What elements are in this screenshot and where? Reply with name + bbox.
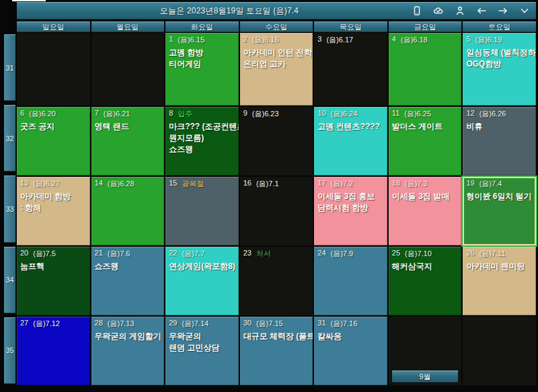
event-title: 이세돌 3집 발매 <box>392 191 459 202</box>
day-number: 9 <box>243 109 247 119</box>
week-number-32: 32 <box>4 105 15 171</box>
day-cell-aug-28[interactable]: 28(음)7.13우왁굳의 게임핥기 <box>91 317 165 385</box>
lunar-date: (음)6.21 <box>104 109 130 119</box>
holiday-label: 입주 <box>178 109 192 119</box>
day-cell-aug-29[interactable]: 29(음)7.14우왁굳의랜덤 고민상담 <box>165 317 239 385</box>
weekday-header-row: 일요일월요일화요일수요일목요일금요일토요일 <box>17 22 536 32</box>
event-title: 뭔지모름) <box>169 132 235 144</box>
day-number: 14 <box>95 179 103 189</box>
event-title: OGQ합방 <box>466 58 533 70</box>
day-cell-aug-31[interactable]: 31(음)7.16칼싸움 <box>314 317 387 385</box>
day-cell-header: 19(음)7.4 <box>466 179 533 189</box>
cloud-check-button[interactable] <box>431 4 446 17</box>
lunar-date: (음)6.26 <box>479 109 506 119</box>
phone-button[interactable] <box>410 4 424 17</box>
day-cell-aug-26[interactable]: 26(음)7.11아카데미 팬미팅 <box>463 247 536 315</box>
day-cell-header: 15광복절 <box>169 179 235 189</box>
day-cell-aug-22[interactable]: 22(음)7.7연상게임(왁포함8) <box>165 247 239 315</box>
day-cell-header: 12(음)6.26 <box>466 109 533 119</box>
weekday-header-5: 금요일 <box>389 22 462 32</box>
day-number: 23 <box>243 249 252 259</box>
event-title: : 항해 <box>20 202 87 214</box>
arrow-right-icon <box>497 5 509 16</box>
cloud-check-icon <box>432 5 445 16</box>
day-cell-aug-2[interactable]: 2(음)6.16아카데미 인턴 전학식온리업 고카 <box>240 33 313 106</box>
day-cell-aug-16[interactable]: 16(음)7.1 <box>240 177 313 245</box>
lunar-date: (음)7.3 <box>405 179 428 189</box>
day-cell-header: 9(음)6.23 <box>243 109 310 119</box>
event-title: 쇼즈왱 <box>169 144 235 155</box>
day-cell-aug-8[interactable]: 8입주마크??? (조공컨텐츠뭔지모름)쇼즈왱 <box>165 107 239 175</box>
day-cell-empty[interactable] <box>91 33 165 106</box>
day-cell-header: 8입주 <box>169 109 235 119</box>
lunar-date: (음)6.18 <box>401 35 428 45</box>
day-cell-aug-23[interactable]: 23처서 <box>240 247 313 315</box>
day-cell-aug-20[interactable]: 20(음)7.5눕프핵 <box>17 247 90 315</box>
lunar-date: (음)6.19 <box>475 35 502 45</box>
day-cell-aug-19[interactable]: 19(음)7.4형이봤 6일치 털기 <box>463 177 536 245</box>
day-cell-aug-3[interactable]: 3(음)6.17 <box>314 33 387 106</box>
day-cell-aug-5[interactable]: 5(음)6.19일심동체 (벌칙정하기)OGQ합방 <box>463 33 536 106</box>
arrow-left-icon <box>475 5 488 16</box>
day-cell-aug-4[interactable]: 4(음)6.18 <box>389 33 462 106</box>
day-cell-aug-17[interactable]: 17(음)7.2이세돌 3집 홍보담력시험 합방 <box>314 177 387 245</box>
day-number: 20 <box>20 249 28 259</box>
event-title: 고멤 컨텐츠???? <box>317 121 384 132</box>
event-title: 발더스 게이트 <box>392 121 459 132</box>
day-cell-empty[interactable] <box>17 33 90 106</box>
day-cell-header: 23처서 <box>243 249 310 259</box>
day-number: 27 <box>20 319 28 329</box>
lunar-date: (음)7.4 <box>479 179 502 189</box>
day-number: 30 <box>243 319 252 329</box>
person-icon <box>455 5 465 16</box>
next-button[interactable] <box>496 4 510 17</box>
lunar-date: (음)6.23 <box>252 109 279 119</box>
day-cell-aug-13[interactable]: 13(음)6.27아카데미 합방: 항해 <box>17 177 90 245</box>
lunar-date: (음)6.25 <box>404 109 431 119</box>
day-cell-header: 3(음)6.17 <box>317 35 384 45</box>
lunar-date: (음)7.15 <box>256 319 283 329</box>
lunar-date: (음)7.5 <box>33 249 56 259</box>
next-month-button[interactable]: 9월 <box>392 370 459 383</box>
day-cell-aug-18[interactable]: 18(음)7.3이세돌 3집 발매 <box>389 177 462 245</box>
day-cell-aug-25[interactable]: 25(음)7.10해커삼국지 <box>389 247 462 315</box>
day-number: 3 <box>317 35 321 45</box>
calendar-app: 오늘은 2023년8월19일 토요일 (음)7.4 <box>0 0 538 392</box>
lunar-date: (음)6.20 <box>29 109 56 119</box>
day-cell-aug-14[interactable]: 14(음)6.28 <box>91 177 165 245</box>
day-cell-aug-27[interactable]: 27(음)7.12 <box>17 317 90 385</box>
day-cell-aug-7[interactable]: 7(음)6.21영택 랜드 <box>91 107 165 175</box>
user-button[interactable] <box>453 4 467 17</box>
day-cell-header: 6(음)6.20 <box>20 109 87 119</box>
day-cell-empty[interactable] <box>463 317 536 385</box>
day-cell-header: 21(음)7.6 <box>95 249 161 259</box>
day-cell-aug-15[interactable]: 15광복절 <box>165 177 239 245</box>
day-cell-aug-6[interactable]: 6(음)6.20굿즈 공지 <box>17 107 90 175</box>
prev-button[interactable] <box>474 4 489 17</box>
event-title: 굿즈 공지 <box>20 121 87 132</box>
day-cell-aug-11[interactable]: 11(음)6.25발더스 게이트 <box>389 107 462 175</box>
event-title: 이세돌 3집 홍보 <box>317 191 384 202</box>
event-title: 우왁굳의 게임핥기 <box>95 331 161 342</box>
day-cell-header: 2(음)6.16 <box>243 35 310 45</box>
week-number-34: 34 <box>4 247 15 313</box>
lunar-date: (음)7.2 <box>331 179 354 189</box>
day-cell-header: 10(음)6.24 <box>317 109 384 119</box>
lunar-date: (음)7.12 <box>33 319 60 329</box>
day-cell-aug-10[interactable]: 10(음)6.24고멤 컨텐츠???? <box>314 107 387 175</box>
day-cell-aug-9[interactable]: 9(음)6.23 <box>240 107 313 175</box>
weekday-header-6: 토요일 <box>463 22 536 32</box>
day-cell-header: 30(음)7.15 <box>243 319 310 329</box>
day-cell-aug-1[interactable]: 1(음)6.15고멤 합방티어게임 <box>165 33 239 106</box>
lunar-date: (음)6.15 <box>178 35 204 45</box>
day-cell-aug-30[interactable]: 30(음)7.15대규모 체력장 (풀트) <box>240 317 313 385</box>
weekday-header-0: 일요일 <box>17 22 90 32</box>
day-cell-aug-12[interactable]: 12(음)6.26비휴 <box>463 107 536 175</box>
collapse-button[interactable] <box>517 4 532 17</box>
day-number: 6 <box>20 109 24 119</box>
day-cell-aug-21[interactable]: 21(음)7.6쇼즈왱 <box>91 247 165 315</box>
day-cell-aug-24[interactable]: 24(음)7.9 <box>314 247 387 315</box>
day-cell-header: 25(음)7.10 <box>392 249 459 259</box>
event-title: 칼싸움 <box>317 331 384 342</box>
day-cell-empty[interactable]: 9월 <box>389 317 462 385</box>
